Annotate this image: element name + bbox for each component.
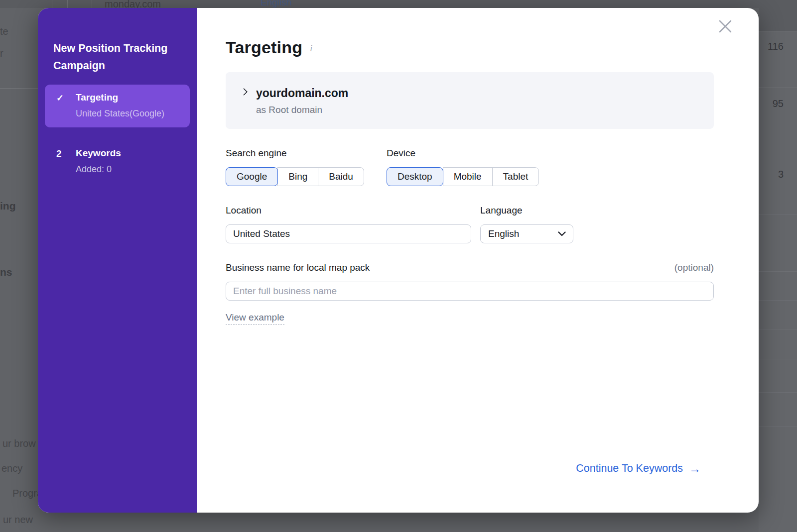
device-option-tablet[interactable]: Tablet <box>492 167 539 186</box>
step-label: Targeting <box>76 92 164 103</box>
business-name-label: Business name for local map pack <box>226 262 370 273</box>
step-sublabel: United States(Google) <box>76 108 164 119</box>
page-title: Targeting <box>226 37 302 57</box>
device-option-mobile[interactable]: Mobile <box>443 167 493 186</box>
background-column-divider <box>52 0 52 8</box>
background-right-strip: 116 95 3 <box>759 0 797 532</box>
info-icon[interactable]: i <box>310 43 312 54</box>
continue-to-keywords-button[interactable]: Continue To Keywords → <box>576 462 701 475</box>
domain-summary[interactable]: yourdomain.com as Root domain <box>226 72 714 129</box>
search-engine-option-bing[interactable]: Bing <box>277 167 318 186</box>
background-text-fragment: ing <box>0 200 16 212</box>
device-field: Device Desktop Mobile Tablet <box>387 148 539 186</box>
optional-hint: (optional) <box>674 262 714 273</box>
background-text-fragment: ns <box>0 266 12 278</box>
search-engine-label: Search engine <box>226 148 364 159</box>
language-field: Language English <box>480 205 573 243</box>
search-engine-option-baidu[interactable]: Baidu <box>318 167 364 186</box>
search-engine-segmented-control: Google Bing Baidu <box>226 167 364 186</box>
background-row-divider <box>759 214 797 214</box>
chevron-down-icon <box>558 231 566 236</box>
location-input[interactable] <box>226 224 471 243</box>
search-engine-option-google[interactable]: Google <box>226 167 278 186</box>
background-row-divider <box>759 160 797 160</box>
business-name-field: Business name for local map pack (option… <box>226 262 714 325</box>
background-text-fragment: ur brow <box>2 438 36 449</box>
continue-label: Continue To Keywords <box>576 462 683 475</box>
background-language-link: English <box>261 0 291 8</box>
business-name-input[interactable] <box>226 282 714 301</box>
background-row-divider <box>759 329 797 329</box>
background-row-divider <box>759 31 797 31</box>
step-targeting[interactable]: ✓ Targeting United States(Google) <box>45 85 190 127</box>
background-row-divider <box>759 271 797 272</box>
domain-name: yourdomain.com <box>256 87 348 100</box>
background-row-divider <box>759 359 797 359</box>
check-icon: ✓ <box>56 92 76 104</box>
background-text-fragment: ency <box>1 463 22 474</box>
background-metric-value: 3 <box>778 169 784 180</box>
arrow-right-icon: → <box>689 463 701 474</box>
location-label: Location <box>226 205 471 216</box>
close-icon[interactable] <box>718 19 732 33</box>
step-number: 2 <box>56 148 76 159</box>
background-metric-value: 95 <box>773 98 784 109</box>
background-row-divider <box>759 300 797 301</box>
step-keywords[interactable]: 2 Keywords Added: 0 <box>45 140 190 183</box>
search-engine-field: Search engine Google Bing Baidu <box>226 148 364 186</box>
background-row-divider <box>759 426 797 426</box>
background-column-divider <box>67 0 68 8</box>
background-row-divider <box>759 88 797 88</box>
domain-scope: as Root domain <box>256 105 348 115</box>
background-metric-value: 116 <box>768 41 784 52</box>
background-column-divider <box>92 0 92 8</box>
new-campaign-modal: New Position Tracking Campaign ✓ Targeti… <box>38 8 759 513</box>
step-label: Keywords <box>76 148 121 159</box>
background-text-fragment: ur new <box>3 514 33 526</box>
language-label: Language <box>480 205 573 216</box>
campaign-steps-sidebar: New Position Tracking Campaign ✓ Targeti… <box>38 8 197 513</box>
background-row-divider <box>0 88 38 89</box>
background-left-strip: te r ing ns ur brow ency Program ur new <box>0 0 38 532</box>
background-header-band <box>759 0 797 31</box>
device-option-desktop[interactable]: Desktop <box>387 167 443 186</box>
background-top-bar: monday.com English <box>0 0 797 8</box>
targeting-panel: Targeting i yourdomain.com as Root domai… <box>197 8 759 513</box>
language-selected-value: English <box>488 228 519 239</box>
view-example-link[interactable]: View example <box>226 312 284 325</box>
chevron-right-icon <box>240 88 248 96</box>
background-text-fragment: te <box>0 26 8 37</box>
device-label: Device <box>387 148 539 159</box>
background-text-fragment: r <box>0 48 3 59</box>
language-select[interactable]: English <box>480 224 573 243</box>
background-row-divider <box>759 392 797 393</box>
location-field: Location <box>226 205 471 243</box>
device-segmented-control: Desktop Mobile Tablet <box>387 167 539 186</box>
campaign-title: New Position Tracking Campaign <box>53 40 182 75</box>
step-sublabel: Added: 0 <box>76 164 121 175</box>
